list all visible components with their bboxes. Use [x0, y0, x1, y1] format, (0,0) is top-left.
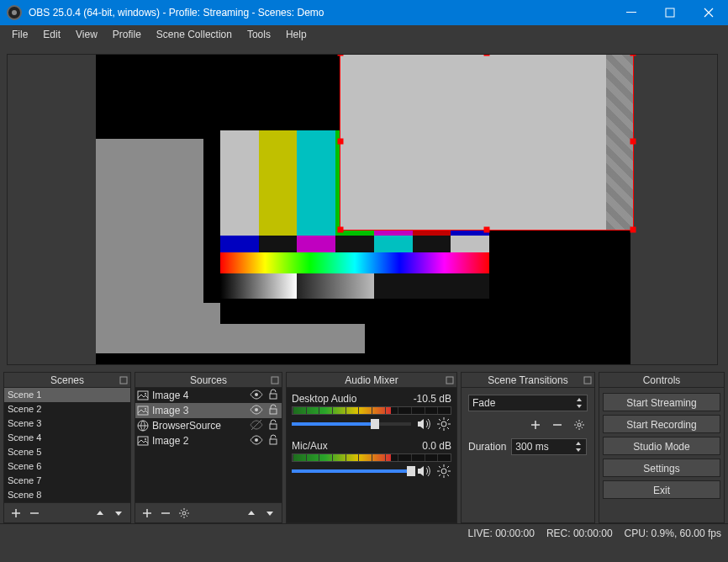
menu-tools[interactable]: Tools — [240, 27, 277, 42]
visibility-toggle[interactable] — [250, 433, 263, 449]
status-live: LIVE: 00:00:00 — [467, 528, 534, 539]
channel-name: Desktop Audio — [292, 393, 414, 405]
window-titlebar: OBS 25.0.4 (64-bit, windows) - Profile: … — [0, 0, 728, 25]
source-item[interactable]: Image 3 — [135, 403, 282, 418]
source-label: Image 3 — [152, 405, 246, 416]
control-button-studio-mode[interactable]: Studio Mode — [603, 437, 720, 455]
close-icon — [704, 8, 714, 18]
dock-title-scenes: Scenes — [4, 373, 130, 388]
transition-duration-input[interactable]: 300 ms — [511, 438, 587, 455]
speaker-icon[interactable] — [416, 416, 431, 432]
transition-select[interactable]: Fade — [468, 395, 588, 411]
scene-item[interactable]: Scene 4 — [4, 431, 130, 445]
svg-point-16 — [255, 438, 258, 442]
source-add-button[interactable] — [139, 505, 156, 522]
svg-point-9 — [145, 408, 146, 410]
control-button-exit[interactable]: Exit — [603, 480, 720, 499]
lock-toggle[interactable] — [266, 418, 280, 434]
source-label: BrowserSource — [152, 420, 246, 432]
window-close-button[interactable] — [689, 0, 728, 25]
source-item[interactable]: Image 4 — [135, 388, 282, 403]
scene-add-button[interactable] — [8, 505, 24, 522]
selected-source-bounds[interactable] — [340, 54, 634, 231]
source-up-button[interactable] — [243, 505, 260, 522]
dock-popout-icon[interactable] — [583, 374, 593, 384]
preview-canvas[interactable] — [7, 54, 718, 365]
dock-title-controls: Controls — [599, 373, 724, 388]
source-down-button[interactable] — [261, 505, 278, 522]
menu-file[interactable]: File — [5, 27, 34, 42]
svg-rect-1 — [666, 8, 674, 17]
scene-item[interactable]: Scene 2 — [4, 402, 130, 416]
svg-rect-7 — [270, 394, 277, 399]
scene-down-button[interactable] — [110, 505, 127, 522]
transition-properties-button[interactable] — [571, 416, 588, 433]
window-minimize-button[interactable] — [612, 0, 651, 25]
channel-name: Mic/Aux — [292, 440, 422, 452]
channel-settings-button[interactable] — [436, 416, 451, 432]
lock-toggle[interactable] — [266, 433, 280, 449]
transition-add-button[interactable] — [527, 416, 544, 433]
scene-item[interactable]: Scene 5 — [4, 445, 130, 459]
source-label: Image 4 — [152, 390, 246, 401]
minimize-icon — [626, 8, 636, 18]
volume-slider[interactable] — [292, 422, 411, 426]
source-item[interactable]: BrowserSource — [135, 418, 282, 433]
visibility-toggle[interactable] — [250, 418, 263, 434]
menu-help[interactable]: Help — [279, 27, 314, 42]
lock-toggle[interactable] — [266, 403, 280, 419]
sources-list[interactable]: Image 4Image 3BrowserSourceImage 2 — [135, 388, 282, 502]
visibility-toggle[interactable] — [250, 403, 263, 419]
control-button-start-streaming[interactable]: Start Streaming — [603, 393, 720, 411]
transition-remove-button[interactable] — [549, 416, 566, 433]
svg-rect-8 — [138, 406, 148, 415]
channel-db: 0.0 dB — [422, 440, 451, 452]
svg-rect-22 — [584, 377, 591, 384]
audio-meter — [292, 406, 451, 415]
scene-up-button[interactable] — [92, 505, 108, 522]
dock-popout-icon[interactable] — [445, 374, 455, 384]
visibility-toggle[interactable] — [250, 388, 263, 404]
dock-title-mixer: Audio Mixer — [287, 373, 456, 388]
source-item[interactable]: Image 2 — [135, 433, 282, 448]
scene-remove-button[interactable] — [26, 505, 43, 522]
dock-sources: Sources Image 4Image 3BrowserSourceImage… — [135, 372, 282, 523]
svg-point-20 — [441, 422, 446, 427]
scene-item[interactable]: Scene 3 — [4, 416, 130, 431]
source-properties-button[interactable] — [176, 505, 193, 522]
scene-item[interactable]: Scene 1 — [4, 388, 130, 402]
svg-point-21 — [441, 469, 446, 474]
gear-icon — [179, 508, 189, 518]
volume-slider[interactable] — [292, 469, 411, 473]
source-remove-button[interactable] — [157, 505, 174, 522]
menu-view[interactable]: View — [69, 27, 104, 42]
channel-settings-button[interactable] — [436, 464, 451, 479]
svg-point-5 — [145, 393, 146, 395]
scene-item[interactable]: Scene 6 — [4, 459, 130, 474]
svg-rect-14 — [138, 437, 148, 445]
scenes-list[interactable]: Scene 1Scene 2Scene 3Scene 4Scene 5Scene… — [4, 388, 130, 502]
maximize-icon — [665, 8, 675, 18]
menu-scene-collection[interactable]: Scene Collection — [150, 27, 239, 42]
image-icon — [137, 405, 149, 416]
control-button-start-recording[interactable]: Start Recording — [603, 415, 720, 433]
window-maximize-button[interactable] — [651, 0, 689, 25]
speaker-icon[interactable] — [416, 464, 431, 479]
dock-mixer: Audio Mixer Desktop Audio-10.5 dBMic/Aux… — [286, 372, 457, 523]
channel-db: -10.5 dB — [414, 393, 451, 405]
menu-edit[interactable]: Edit — [36, 27, 67, 42]
dock-popout-icon[interactable] — [119, 374, 129, 384]
mixer-channel: Desktop Audio-10.5 dB — [292, 393, 451, 432]
svg-rect-11 — [270, 409, 277, 414]
scene-item[interactable]: Scene 7 — [4, 474, 130, 488]
menu-profile[interactable]: Profile — [106, 27, 148, 42]
preview-stage — [96, 55, 630, 364]
gear-icon — [436, 464, 451, 479]
lock-toggle[interactable] — [266, 388, 280, 404]
dock-popout-icon[interactable] — [270, 374, 280, 384]
control-button-settings[interactable]: Settings — [603, 459, 720, 477]
dock-scenes: Scenes Scene 1Scene 2Scene 3Scene 4Scene… — [3, 372, 131, 523]
image-icon — [137, 390, 149, 401]
scene-item[interactable]: Scene 8 — [4, 488, 130, 502]
svg-point-15 — [145, 438, 146, 440]
